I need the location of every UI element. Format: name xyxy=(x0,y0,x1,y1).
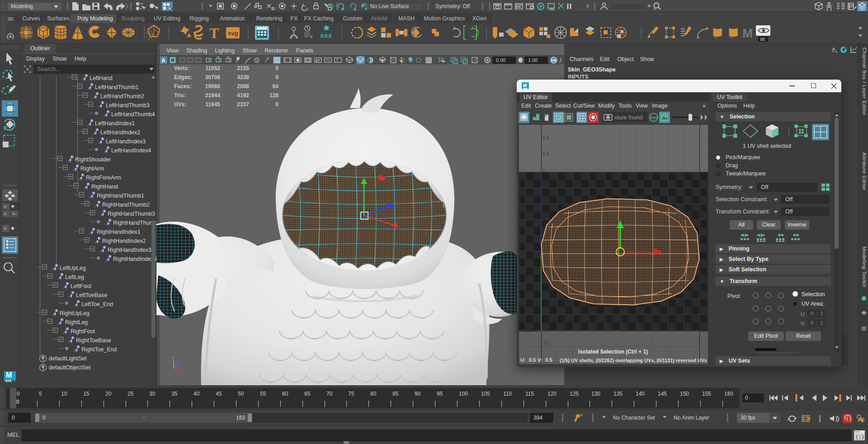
svg-text:{;}: {;} xyxy=(855,435,864,440)
svg-text:+: + xyxy=(4,226,6,231)
svg-text:M: M xyxy=(523,83,527,88)
svg-text:IPR: IPR xyxy=(516,5,521,9)
svg-text:y: y xyxy=(172,355,174,360)
svg-text:AYA: AYA xyxy=(5,379,12,383)
svg-text:x: x xyxy=(181,369,183,374)
svg-text:M: M xyxy=(742,26,753,40)
svg-text:RGB: RGB xyxy=(650,116,658,120)
svg-text:+: + xyxy=(4,204,6,209)
svg-text:+: + xyxy=(4,211,6,217)
svg-text:T: T xyxy=(209,25,219,41)
svg-text:z: z xyxy=(179,361,181,366)
svg-text:xture found: xture found xyxy=(614,114,643,121)
svg-text:SE: SE xyxy=(760,37,765,42)
svg-text:+: + xyxy=(12,211,15,217)
svg-text:M: M xyxy=(6,371,12,379)
svg-text:0,0,0: 0,0,0 xyxy=(321,33,331,38)
svg-text:svg: svg xyxy=(228,30,238,37)
